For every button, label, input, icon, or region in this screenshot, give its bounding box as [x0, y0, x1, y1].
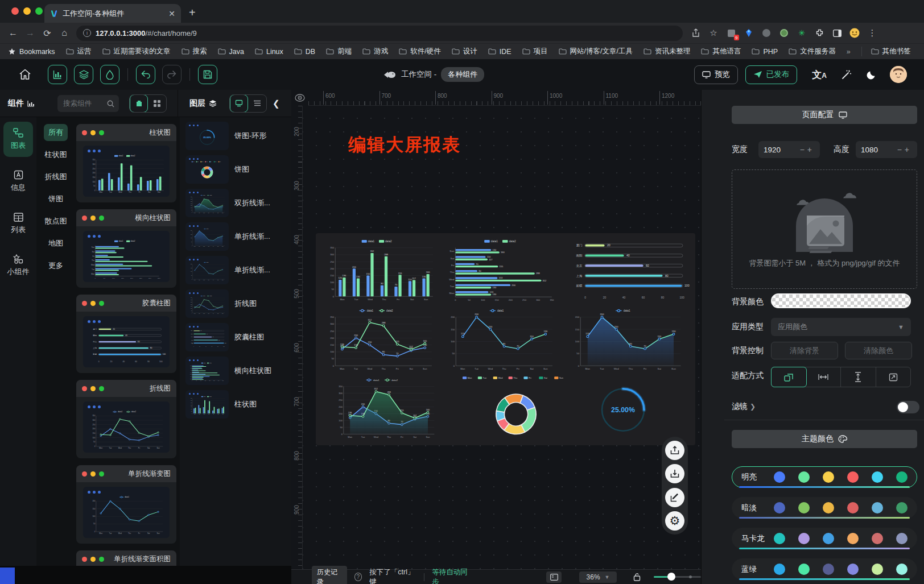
app-type-select[interactable]: 应用颜色 ▼: [771, 318, 911, 336]
layer-thumbnail-view-button[interactable]: [230, 94, 248, 113]
back-icon[interactable]: ←: [5, 28, 22, 38]
fit-height-button[interactable]: [841, 367, 876, 387]
canvas-chart-donut[interactable]: MonTueWedThuFriSatSun: [456, 373, 576, 444]
bookmark-folder[interactable]: PHP: [752, 48, 778, 56]
fit-width-button[interactable]: [806, 367, 842, 387]
height-stepper[interactable]: −+: [897, 145, 912, 154]
fit-stretch-button[interactable]: [876, 367, 911, 387]
share-icon[interactable]: [691, 28, 701, 38]
import-button[interactable]: [665, 464, 684, 483]
bookmark-folder[interactable]: 文件服务器: [789, 47, 836, 56]
bookmark-folder[interactable]: 游戏: [362, 47, 388, 56]
translate-icon[interactable]: 文A: [812, 68, 827, 81]
edit-button[interactable]: [665, 488, 684, 507]
bookmarks-overflow-chevron[interactable]: »: [847, 48, 851, 56]
single-column-view-button[interactable]: [130, 94, 148, 113]
fit-scale-button[interactable]: [771, 367, 807, 387]
component-card[interactable]: 胶囊柱图 厦门20南阳40北京60上海80新疆100020406080100: [76, 295, 176, 373]
canvas-chart-bar[interactable]: data1data2050100150200250300350Mon120136…: [321, 237, 436, 304]
publish-button[interactable]: 已发布: [745, 65, 798, 84]
bg-color-swatch[interactable]: [771, 293, 911, 308]
theme-row-明亮[interactable]: 明亮: [732, 466, 917, 488]
forward-icon[interactable]: →: [22, 28, 39, 38]
undo-button[interactable]: [136, 65, 155, 84]
category-1[interactable]: 柱状图: [40, 146, 72, 163]
redo-button[interactable]: [162, 65, 182, 84]
bookmark-folder[interactable]: Linux: [255, 48, 283, 56]
sidebar-icon[interactable]: [832, 28, 842, 38]
browser-tab[interactable]: 工作空间-各种组件 ✕: [44, 4, 181, 23]
dashboard-title-text[interactable]: 编辑大屏报表: [348, 133, 461, 157]
browser-menu-icon[interactable]: ⋮: [867, 28, 877, 38]
user-avatar[interactable]: [890, 66, 907, 83]
maximize-window-button[interactable]: [35, 7, 43, 15]
layer-item[interactable]: data1050100150200MonTueWedThuFriSatSun 单…: [185, 256, 291, 284]
export-button[interactable]: [665, 441, 684, 460]
home-icon[interactable]: ⌂: [56, 28, 73, 38]
layers-tool-button[interactable]: [74, 65, 93, 84]
other-bookmarks-folder[interactable]: 其他书签: [861, 47, 911, 56]
rail-item-1[interactable]: 信息: [3, 164, 33, 199]
address-bar[interactable]: i 127.0.0.1:3000/#/chart/home/9: [76, 26, 683, 41]
save-button[interactable]: [198, 65, 217, 84]
category-0[interactable]: 所有: [44, 124, 68, 141]
tab-close-icon[interactable]: ✕: [168, 9, 175, 18]
filter-toggle[interactable]: [897, 401, 919, 413]
height-input[interactable]: 1080 −+: [856, 141, 917, 158]
extension-star-icon[interactable]: ✳: [797, 28, 807, 38]
rail-item-3[interactable]: 小组件: [3, 248, 33, 283]
canvas-chart-area-single[interactable]: data1050100150200MonTueWedThuFriSatSun12…: [566, 306, 686, 373]
bookmark-folder[interactable]: 其他语言: [701, 47, 741, 56]
bookmark-folder[interactable]: DB: [294, 48, 315, 56]
layer-item[interactable]: data1data2050100150200250300350MonTueWed…: [185, 289, 291, 318]
lock-icon[interactable]: [633, 573, 641, 581]
theme-row-暗淡[interactable]: 暗淡: [732, 497, 917, 519]
category-3[interactable]: 饼图: [44, 190, 68, 208]
site-info-icon[interactable]: i: [83, 29, 91, 37]
bookmark-folder[interactable]: 网站/博客/文章/工具: [559, 47, 633, 56]
canvas-chart-ring[interactable]: 25.00%: [573, 375, 673, 442]
clear-background-button[interactable]: 清除背景: [771, 342, 838, 359]
layer-item[interactable]: data1data2050100150200250300350MonTueWed…: [185, 390, 291, 419]
bookmark-folder[interactable]: IDE: [488, 48, 512, 56]
close-window-button[interactable]: [11, 7, 19, 15]
bookmark-folder[interactable]: 运营: [66, 47, 92, 56]
bookmark-folder[interactable]: 资讯未整理: [644, 47, 691, 56]
help-icon[interactable]: ?: [354, 573, 362, 581]
category-6[interactable]: 更多: [44, 257, 68, 274]
canvas-chart-line-single[interactable]: data1050100150200MonTueWedThuFriSatSun12…: [442, 306, 557, 373]
extension-circle-icon[interactable]: [761, 28, 772, 38]
page-config-header[interactable]: 页面配置: [732, 106, 917, 124]
layer-item[interactable]: data1data2050100150200250300350SunSatFri…: [185, 357, 291, 385]
magic-wand-icon[interactable]: [842, 69, 852, 80]
layer-list-view-button[interactable]: [248, 94, 266, 113]
new-tab-button[interactable]: +: [189, 7, 196, 18]
settings-gear-icon[interactable]: ⚙: [665, 511, 684, 531]
layer-item[interactable]: data1data2050100150200250300350MonTueWed…: [185, 189, 291, 217]
category-2[interactable]: 折线图: [40, 168, 72, 185]
canvas-grid[interactable]: 编辑大屏报表 data1data2050100150200250300350Mo…: [303, 106, 701, 570]
width-input[interactable]: 1920 −+: [758, 141, 820, 158]
dashboard-chart-panel[interactable]: data1data2050100150200250300350Mon120136…: [316, 233, 695, 445]
component-card[interactable]: 单折线渐变面积图 data1050100150200MonTueWedThuFr…: [76, 550, 176, 566]
extension-green-circle-icon[interactable]: [779, 28, 789, 38]
bookmark-folder[interactable]: 前端: [326, 47, 352, 56]
theme-row-马卡龙[interactable]: 马卡龙: [732, 528, 917, 549]
bookmark-folder[interactable]: Java: [218, 48, 244, 56]
profile-avatar[interactable]: [849, 28, 860, 38]
bookmark-star-icon[interactable]: ☆: [708, 28, 719, 38]
bookmark-folder[interactable]: 搜索: [182, 47, 207, 56]
drawer-toggle-button[interactable]: [546, 571, 562, 583]
collapse-panel-icon[interactable]: ❮: [273, 98, 280, 109]
app-home-icon[interactable]: [19, 69, 31, 80]
theme-row-蓝绿[interactable]: 蓝绿: [732, 558, 917, 580]
width-stepper[interactable]: −+: [800, 145, 815, 154]
rail-item-0[interactable]: 图表: [3, 122, 33, 157]
minimize-window-button[interactable]: [23, 7, 31, 15]
layer-item[interactable]: MonTueWedThuFriSatSun 饼图: [185, 155, 291, 184]
clear-color-button[interactable]: 清除颜色: [845, 342, 912, 359]
grid-view-button[interactable]: [148, 94, 166, 113]
dark-mode-moon-icon[interactable]: [867, 70, 876, 80]
bookmark-folder[interactable]: 设计: [452, 47, 477, 56]
zoom-select[interactable]: 36% ▼: [579, 571, 616, 583]
